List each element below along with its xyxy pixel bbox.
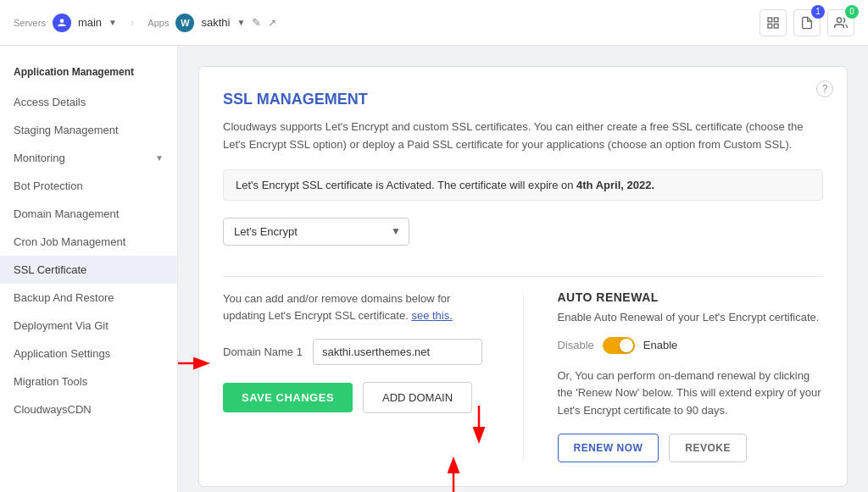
main-content: ? SSL MANAGEMENT Cloudways supports Let'…: [178, 46, 868, 492]
left-column: You can add and/or remove domains below …: [223, 290, 489, 462]
section-title: SSL MANAGEMENT: [223, 91, 823, 108]
sidebar-item-bot-protection[interactable]: Bot Protection: [0, 172, 177, 200]
app-name[interactable]: sakthi: [201, 16, 230, 29]
add-domain-button[interactable]: ADD DOMAIN: [363, 382, 472, 413]
sidebar-item-ssl[interactable]: SSL Certificate: [0, 256, 177, 284]
server-name[interactable]: main: [78, 16, 102, 29]
topbar-separator: ›: [131, 16, 134, 29]
toggle-enable-label: Enable: [643, 339, 677, 351]
wp-icon: W: [175, 14, 194, 32]
ssl-select[interactable]: Let's Encrypt Custom SSL: [223, 218, 409, 246]
divider: [223, 276, 823, 277]
toggle-disable-label: Disable: [558, 339, 594, 351]
svg-rect-3: [768, 24, 772, 28]
two-col-layout: You can add and/or remove domains below …: [223, 290, 823, 462]
server-icon: [53, 14, 71, 32]
svg-point-0: [60, 19, 64, 23]
ssl-select-wrapper[interactable]: Let's Encrypt Custom SSL ▼: [223, 218, 409, 246]
domain-input[interactable]: [313, 339, 482, 365]
svg-rect-1: [768, 18, 772, 22]
sidebar-item-domain[interactable]: Domain Management: [0, 200, 177, 228]
external-link-icon[interactable]: ↗: [268, 17, 276, 29]
status-text: Let's Encrypt SSL certificate is Activat…: [236, 179, 576, 191]
status-bar: Let's Encrypt SSL certificate is Activat…: [223, 169, 823, 201]
layout-icon-btn[interactable]: [760, 9, 787, 36]
svg-rect-4: [774, 24, 778, 28]
users-badge: 0: [845, 5, 859, 19]
status-date: 4th April, 2022.: [576, 179, 654, 191]
app-section: Apps W sakthi ▼ ✎ ↗: [147, 14, 276, 32]
domain-label: Domain Name 1: [223, 346, 303, 358]
edit-icon[interactable]: ✎: [252, 16, 261, 29]
server-dropdown-icon[interactable]: ▼: [108, 18, 117, 27]
domain-desc: You can add and/or remove domains below …: [223, 290, 489, 326]
sidebar-item-deployment[interactable]: Deployment Via Git: [0, 312, 177, 340]
server-section: Servers main ▼: [14, 14, 117, 32]
sidebar-item-app-settings[interactable]: Application Settings: [0, 340, 177, 368]
svg-point-5: [837, 18, 841, 22]
files-icon-btn[interactable]: 1: [793, 9, 821, 36]
renewal-buttons: RENEW NOW REVOKE: [558, 434, 824, 462]
red-arrow-sidebar: [178, 351, 216, 376]
sidebar-item-backup[interactable]: Backup And Restore: [0, 284, 177, 312]
sidebar-item-cron[interactable]: Cron Job Management: [0, 228, 177, 256]
revoke-button[interactable]: REVOKE: [669, 434, 747, 462]
sidebar-item-cdn[interactable]: CloudwaysCDN: [0, 395, 177, 423]
auto-renewal-desc: Enable Auto Renewal of your Let's Encryp…: [558, 311, 824, 323]
app-dropdown-icon[interactable]: ▼: [236, 18, 245, 27]
files-badge: 1: [811, 5, 825, 19]
users-icon-btn[interactable]: 0: [827, 9, 854, 36]
servers-label: Servers: [14, 18, 46, 28]
auto-renewal-title: AUTO RENEWAL: [558, 290, 824, 304]
sidebar-item-staging[interactable]: Staging Management: [0, 116, 177, 144]
sidebar-item-monitoring[interactable]: Monitoring ▼: [0, 144, 177, 172]
button-row: SAVE CHANGES ADD DOMAIN: [223, 382, 489, 413]
toggle-knob: [620, 339, 633, 352]
renewal-text: Or, You can perform on-demand renewal by…: [558, 368, 824, 420]
sidebar-section-title: Application Management: [0, 59, 177, 88]
topbar: Servers main ▼ › Apps W sakthi ▼ ✎ ↗ 1 0: [0, 0, 868, 46]
auto-renewal-toggle[interactable]: [603, 337, 635, 354]
help-icon[interactable]: ?: [816, 80, 833, 97]
layout: Application Management Access Details St…: [0, 46, 868, 492]
toggle-row: Disable Enable: [558, 337, 824, 354]
sidebar: Application Management Access Details St…: [0, 46, 178, 492]
renew-now-button[interactable]: RENEW NOW: [558, 434, 659, 462]
section-desc: Cloudways supports Let's Encrypt and cus…: [223, 119, 823, 154]
ssl-management-card: ? SSL MANAGEMENT Cloudways supports Let'…: [198, 66, 848, 487]
svg-rect-2: [774, 18, 778, 22]
sidebar-item-access-details[interactable]: Access Details: [0, 88, 177, 116]
apps-label: Apps: [147, 18, 169, 28]
right-column: AUTO RENEWAL Enable Auto Renewal of your…: [523, 290, 824, 462]
sidebar-item-migration[interactable]: Migration Tools: [0, 368, 177, 395]
chevron-down-icon: ▼: [155, 153, 164, 163]
see-this-link[interactable]: see this.: [411, 309, 452, 322]
topbar-icon-group: 1 0: [760, 9, 854, 36]
save-changes-button[interactable]: SAVE CHANGES: [223, 383, 353, 412]
domain-row: Domain Name 1: [223, 339, 489, 365]
